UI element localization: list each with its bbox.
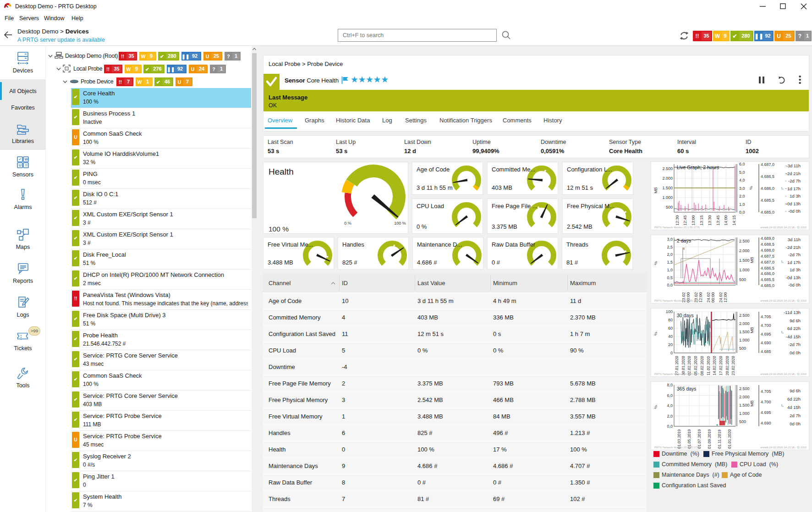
svg-text:24.02: 24.02	[706, 292, 711, 303]
svg-text:12:45: 12:45	[683, 215, 687, 226]
svg-text:t₈: t₈	[781, 260, 784, 263]
svg-text:0,0: 0,0	[667, 424, 673, 429]
svg-text:U: U	[19, 163, 22, 167]
svg-text:6d 22h: 6d 22h	[787, 326, 801, 331]
svg-text:-2d 7h: -2d 7h	[788, 342, 801, 347]
svg-text:14:15: 14:15	[732, 215, 736, 226]
svg-text:%: %	[653, 261, 658, 265]
svg-text:4.705: 4.705	[761, 314, 771, 319]
svg-text:00:00: 00:00	[711, 292, 715, 303]
svg-text:%: %	[749, 186, 753, 190]
svg-text:PRTG Network Monitor 20.1.55.1: PRTG Network Monitor 20.1.55.1775	[654, 226, 700, 229]
svg-text:1.500: 1.500	[662, 186, 673, 190]
svg-text:t₈: t₈	[781, 187, 784, 190]
svg-text:01.11.2019: 01.11.2019	[717, 429, 722, 449]
svg-text:4.688,5: 4.688,5	[761, 242, 774, 247]
svg-text:12:00: 12:00	[723, 292, 728, 303]
svg-text:-2d 21h: -2d 21h	[786, 245, 801, 250]
svg-text:PRTG Network Monitor 20.1.55.1: PRTG Network Monitor 20.1.55.1775	[654, 446, 700, 449]
svg-text:12:30: 12:30	[675, 215, 680, 226]
svg-text:0d 0h: 0d 0h	[790, 421, 801, 426]
svg-text:2d 7h: 2d 7h	[790, 413, 801, 418]
svg-text:erstellt 24.02.2020 14:23:18 -: erstellt 24.02.2020 14:23:18 - ID 1002	[760, 299, 807, 302]
svg-text:PRTG Network Monitor 20.1.55.1: PRTG Network Monitor 20.1.55.1775	[654, 373, 700, 375]
svg-text:2.000: 2.000	[739, 248, 750, 253]
svg-text:4.685,5: 4.685,5	[761, 198, 774, 203]
svg-text:4.687,5: 4.687,5	[761, 254, 774, 259]
svg-text:500: 500	[739, 346, 746, 351]
svg-text:4.685,0: 4.685,0	[761, 210, 774, 215]
svg-text:9d 6h: 9d 6h	[790, 318, 801, 323]
svg-text:t₈: t₈	[781, 404, 784, 407]
svg-text:MB: MB	[750, 257, 754, 264]
svg-text:13:30: 13:30	[708, 215, 712, 226]
svg-text:3d 11h: 3d 11h	[788, 237, 801, 242]
svg-text:erstellt 24.02.2020 14:23:18 -: erstellt 24.02.2020 14:23:18 - ID 1002	[760, 446, 807, 449]
svg-text:-3d 11h: -3d 11h	[786, 163, 801, 168]
svg-text:01.01.2020: 01.01.2020	[727, 429, 732, 449]
svg-text:2,5: 2,5	[667, 245, 673, 249]
svg-text:4.687,0: 4.687,0	[761, 260, 774, 264]
svg-text:4.686,5: 4.686,5	[761, 266, 774, 270]
svg-text:-11d 13h: -11d 13h	[784, 310, 801, 315]
svg-text:-2d 7h: -2d 7h	[788, 252, 801, 257]
svg-text:1.000: 1.000	[739, 268, 750, 272]
svg-text:Live Graph, 2 hours: Live Graph, 2 hours	[677, 165, 719, 170]
svg-text:4.705: 4.705	[761, 389, 771, 394]
svg-text:4.686,0: 4.686,0	[761, 186, 774, 191]
svg-text:3,0: 3,0	[739, 186, 745, 191]
svg-text:%: %	[653, 332, 658, 336]
svg-text:4.685,0: 4.685,0	[761, 283, 774, 288]
svg-text:4.688,0: 4.688,0	[761, 248, 774, 253]
svg-text:0: 0	[670, 351, 673, 355]
svg-text:0 %: 0 %	[344, 221, 351, 226]
svg-text:1.000: 1.000	[662, 195, 673, 200]
svg-text:80: 80	[668, 318, 673, 322]
svg-text:20: 20	[668, 342, 673, 347]
svg-text:1.000: 1.000	[739, 411, 750, 416]
svg-text:3,0: 3,0	[667, 237, 673, 242]
svg-text:0,0: 0,0	[667, 283, 673, 287]
svg-text:4.690: 4.690	[761, 341, 771, 345]
svg-text:1d 3h: 1d 3h	[790, 193, 801, 198]
svg-text:100 %: 100 %	[394, 221, 406, 226]
svg-text:14:00: 14:00	[724, 215, 728, 226]
svg-text:-2d 21h: -2d 21h	[786, 171, 801, 176]
svg-text:6d 22h: 6d 22h	[787, 396, 801, 402]
svg-text:24.02: 24.02	[719, 292, 723, 303]
svg-text:1d 17h: 1d 17h	[787, 260, 801, 265]
svg-text:4,0: 4,0	[739, 178, 745, 182]
svg-text:%: %	[653, 405, 658, 409]
svg-text:1.000: 1.000	[739, 338, 750, 342]
svg-text:MB: MB	[750, 401, 754, 407]
svg-text:30 days: 30 days	[677, 313, 694, 318]
svg-text:2.000: 2.000	[739, 321, 750, 326]
svg-text:4.700: 4.700	[761, 400, 771, 404]
svg-text:4.685: 4.685	[761, 349, 771, 354]
svg-text:4.690: 4.690	[761, 421, 771, 425]
svg-text:6,0: 6,0	[667, 393, 673, 398]
svg-text:4.686,0: 4.686,0	[761, 271, 774, 276]
svg-text:4.695: 4.695	[761, 410, 771, 415]
svg-text:0,0: 0,0	[739, 210, 745, 215]
svg-text:t₈: t₈	[781, 330, 784, 334]
svg-text:4d 15h: 4d 15h	[787, 405, 801, 410]
svg-text:1,0: 1,0	[739, 202, 745, 207]
svg-text:4.700: 4.700	[761, 323, 771, 328]
svg-text:11.02.2020: 11.02.2020	[706, 356, 711, 375]
svg-text:✓: ✓	[19, 157, 22, 161]
svg-text:2,0: 2,0	[667, 252, 673, 257]
svg-text:-0d 0h: -0d 0h	[788, 209, 801, 214]
svg-text:60: 60	[668, 326, 673, 330]
svg-text:1d 3h: 1d 3h	[790, 267, 801, 272]
svg-text:1.500: 1.500	[739, 403, 750, 407]
svg-text:8,0: 8,0	[667, 383, 673, 387]
svg-text:13:00: 13:00	[691, 215, 696, 226]
svg-text:1.500: 1.500	[739, 258, 750, 263]
svg-text:13:45: 13:45	[716, 215, 720, 226]
svg-text:2,0: 2,0	[667, 414, 673, 418]
svg-text:01.09.2019: 01.09.2019	[707, 429, 712, 449]
svg-text:-0d 13h: -0d 13h	[786, 275, 801, 280]
svg-text:-4d 15h: -4d 15h	[786, 334, 801, 339]
svg-text:17.02.2020: 17.02.2020	[719, 356, 723, 375]
